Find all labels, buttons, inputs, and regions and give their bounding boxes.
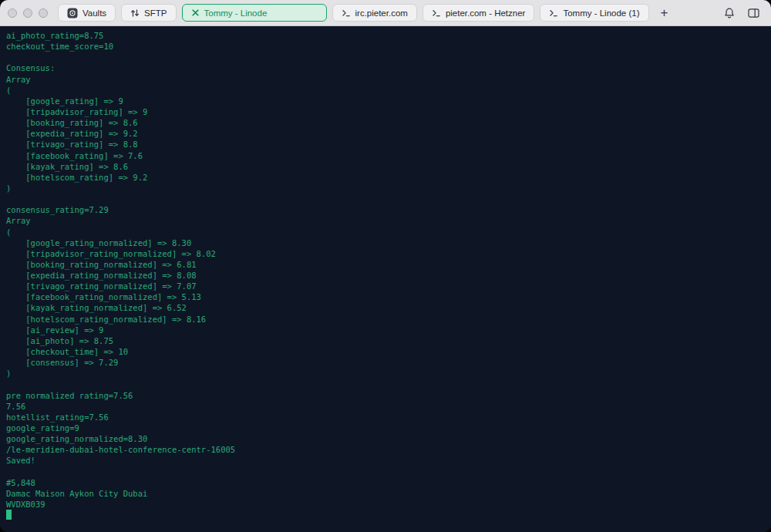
- terminal-line: google_rating_normalized=8.30: [6, 433, 765, 444]
- tab-vaults[interactable]: Vaults: [58, 4, 116, 22]
- terminal-line: ai_photo_rating=8.75: [6, 30, 765, 41]
- tab-label: irc.pieter.com: [355, 8, 408, 18]
- terminal-line: Consensus:: [6, 62, 765, 73]
- zoom-window-button[interactable]: [39, 8, 48, 18]
- terminal-line: [expedia_rating] => 9.2: [6, 128, 765, 139]
- terminal-line: Saved!: [6, 455, 765, 466]
- sftp-icon: [130, 8, 140, 18]
- tab-label: SFTP: [144, 8, 167, 18]
- tab-strip: VaultsSFTPTommy - Linodeirc.pieter.compi…: [58, 4, 649, 22]
- terminal-line: /le-meridien-dubai-hotel-conference-cent…: [6, 444, 765, 455]
- terminal-line: [consensus] => 7.29: [6, 357, 765, 368]
- terminal-line: [kayak_rating] => 8.6: [6, 161, 765, 172]
- tab-sftp[interactable]: SFTP: [121, 4, 176, 22]
- terminal-line: [6, 194, 765, 204]
- terminal-window: VaultsSFTPTommy - Linodeirc.pieter.compi…: [0, 0, 771, 532]
- terminal-line: [checkout_time] => 10: [6, 346, 765, 357]
- terminal-line: checkout_time_score=10: [6, 41, 765, 52]
- minimize-window-button[interactable]: [23, 8, 32, 18]
- tab-bar: VaultsSFTPTommy - Linodeirc.pieter.compi…: [0, 0, 771, 26]
- new-tab-button[interactable]: +: [656, 6, 673, 19]
- terminal-line: (: [6, 85, 765, 96]
- tab-label: Tommy - Linode (1): [563, 8, 639, 18]
- terminal-line: pre normalized rating=7.56: [6, 390, 765, 401]
- terminal-line: [hotelscom_rating] => 9.2: [6, 172, 765, 183]
- terminal-line: ): [6, 183, 765, 194]
- terminal-line: [ai_photo] => 8.75: [6, 335, 765, 346]
- terminal-line: 7.56: [6, 401, 765, 412]
- terminal-line: consensus_rating=7.29: [6, 204, 765, 215]
- terminal-line: [kayak_rating_normalized] => 6.52: [6, 302, 765, 313]
- terminal-output[interactable]: ai_photo_rating=8.75checkout_time_score=…: [0, 26, 771, 532]
- terminal-line: [google_rating] => 9: [6, 96, 765, 106]
- terminal-line: [facebook_rating_normalized] => 5.13: [6, 291, 765, 302]
- terminal-line: hotellist_rating=7.56: [6, 412, 765, 423]
- terminal-line: [booking_rating_normalized] => 6.81: [6, 259, 765, 270]
- notifications-bell-icon[interactable]: [723, 7, 736, 19]
- tab-label: Vaults: [82, 8, 106, 18]
- terminal-line: WVDXB039: [6, 499, 765, 510]
- window-controls: [8, 8, 48, 18]
- panel-toggle-icon[interactable]: [747, 7, 760, 19]
- terminal-line: Array: [6, 215, 765, 226]
- tab-tommy-linode-1[interactable]: Tommy - Linode (1): [540, 4, 648, 22]
- terminal-line: #5,848: [6, 477, 765, 488]
- terminal-line: google_rating=9: [6, 423, 765, 433]
- tab-label: Tommy - Linode: [204, 8, 268, 18]
- terminal-line: [facebook_rating] => 7.6: [6, 150, 765, 161]
- terminal-line: Damac Maison Aykon City Dubai: [6, 488, 765, 499]
- terminal-cursor: [6, 510, 12, 520]
- host-icon: [432, 8, 441, 18]
- close-tab-icon[interactable]: [191, 8, 200, 17]
- terminal-line: [expedia_rating_normalized] => 8.08: [6, 270, 765, 281]
- tab-irc-pieter-com[interactable]: irc.pieter.com: [332, 4, 417, 22]
- terminal-cursor-line: [6, 510, 765, 520]
- host-icon: [342, 8, 351, 18]
- tab-label: pieter.com - Hetzner: [446, 8, 526, 18]
- terminal-line: [google_rating_normalized] => 8.30: [6, 237, 765, 248]
- terminal-line: [tripadvisor_rating] => 9: [6, 106, 765, 117]
- terminal-line: [trivago_rating] => 8.8: [6, 139, 765, 150]
- terminal-line: Array: [6, 74, 765, 85]
- terminal-line: [trivago_rating_normalized] => 7.07: [6, 281, 765, 291]
- tab-tommy-linode[interactable]: Tommy - Linode: [182, 4, 327, 22]
- tab-pieter-com-hetzner[interactable]: pieter.com - Hetzner: [423, 4, 535, 22]
- toolbar-right: [723, 7, 763, 19]
- terminal-line: [6, 466, 765, 477]
- terminal-line: [booking_rating] => 8.6: [6, 117, 765, 128]
- terminal-line: (: [6, 227, 765, 237]
- terminal-line: [6, 379, 765, 389]
- terminal-line: [tripadvisor_rating_normalized] => 8.02: [6, 248, 765, 259]
- terminal-line: [ai_review] => 9: [6, 325, 765, 335]
- close-window-button[interactable]: [8, 8, 17, 18]
- terminal-line: ): [6, 368, 765, 379]
- host-icon: [549, 8, 558, 18]
- terminal-line: [hotelscom_rating_normalized] => 8.16: [6, 314, 765, 325]
- vaults-icon: [67, 8, 78, 19]
- terminal-line: [6, 52, 765, 62]
